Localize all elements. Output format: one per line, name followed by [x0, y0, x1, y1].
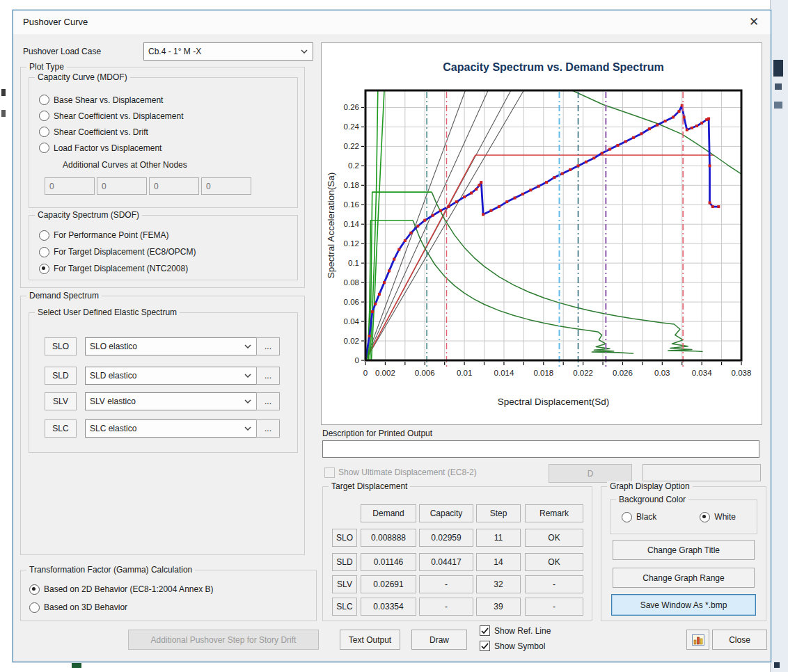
transformation-option-1[interactable]: Based on 3D Behavior [29, 598, 213, 616]
title-bar[interactable]: Pushover Curve ✕ [13, 10, 771, 34]
capacity-curve-radio-3[interactable] [39, 143, 49, 153]
table-cell: 32 [476, 575, 521, 593]
graph-display-group: Graph Display Option Background Color Bl… [601, 486, 766, 621]
svg-text:0.022: 0.022 [573, 369, 593, 377]
node-input-2[interactable]: 0 [149, 177, 199, 195]
capacity-spectrum-option-label: For Target Displacement (EC8/OPCM) [54, 247, 196, 257]
additional-pushover-step-button[interactable]: Additional Pushover Step for Story Drift [128, 630, 319, 650]
change-graph-title-button[interactable]: Change Graph Title [613, 540, 755, 560]
transformation-radios: Based on 2D Behavior (EC8-1:2004 Annex B… [29, 580, 213, 616]
svg-text:0.06: 0.06 [344, 298, 359, 306]
transformation-option-label: Based on 3D Behavior [44, 602, 127, 612]
d-button[interactable]: D [549, 464, 632, 483]
svg-text:0: 0 [355, 356, 359, 365]
capacity-spectrum-group-label: Capacity Spectrum (SDOF) [35, 210, 142, 220]
node-input-1[interactable]: 0 [97, 177, 147, 195]
checkbox-box[interactable] [480, 625, 490, 636]
plot-type-group-label: Plot Type [26, 62, 67, 72]
spectrum-combobox-sld-value: SLD elastico [90, 371, 244, 381]
chevron-down-icon [300, 49, 308, 54]
close-icon[interactable]: ✕ [739, 10, 769, 33]
chevron-down-icon [244, 374, 252, 378]
transformation-radio-0[interactable] [29, 584, 40, 595]
spectrum-combobox-slo[interactable]: SLO elastico [85, 337, 257, 355]
load-case-combobox-value: Cb.4 - 1° M -X [148, 47, 300, 56]
background-color-option-0[interactable]: Black [622, 510, 656, 524]
browse-button-slo[interactable]: ... [256, 337, 280, 355]
chevron-down-icon [244, 399, 252, 403]
text-output-button[interactable]: Text Output [340, 630, 400, 650]
capacity-curve-option-2[interactable]: Shear Coefficient vs. Drift [39, 124, 184, 140]
capacity-curve-radio-0[interactable] [39, 95, 49, 105]
background-color-group-label: Background Color [616, 495, 688, 504]
capacity-spectrum-radio-0[interactable] [39, 230, 49, 241]
svg-text:0.038: 0.038 [732, 369, 752, 377]
svg-text:0.014: 0.014 [494, 369, 514, 377]
table-cell: 0.04417 [419, 553, 473, 571]
show-ultimate-checkbox[interactable] [324, 467, 335, 478]
checkbox-show-symbol[interactable]: Show Symbol [480, 641, 545, 651]
table-cell: 0.008888 [361, 529, 416, 547]
capacity-spectrum-radio-2[interactable] [39, 264, 49, 274]
background-color-option-label: White [714, 512, 736, 522]
spectrum-combobox-slo-value: SLO elastico [90, 342, 244, 351]
svg-text:0.1: 0.1 [348, 259, 359, 267]
table-cell: 0.01146 [361, 553, 416, 571]
background-color-radio-0[interactable] [622, 512, 632, 522]
table-cell: 14 [476, 553, 521, 571]
spectrum-combobox-sld[interactable]: SLD elastico [85, 367, 257, 385]
graph-display-group-label: Graph Display Option [607, 481, 693, 491]
svg-text:0.24: 0.24 [344, 122, 360, 131]
elastic-spectrum-group: Select User Defined Elastic Spectrum SLO… [29, 312, 298, 453]
capacity-curve-radio-2[interactable] [39, 127, 49, 137]
capacity-spectrum-option-label: For Performance Point (FEMA) [54, 230, 168, 240]
description-input[interactable] [322, 440, 759, 458]
table-cell: 0.03354 [361, 598, 416, 616]
svg-text:0.034: 0.034 [692, 369, 712, 377]
save-window-bmp-button[interactable]: Save Window As *.bmp [611, 594, 756, 616]
node-input-0[interactable]: 0 [45, 177, 95, 195]
capacity-curve-radio-1[interactable] [39, 111, 49, 121]
svg-text:0.18: 0.18 [344, 181, 359, 189]
checkbox-label: Show Symbol [494, 641, 545, 651]
capacity-curve-option-0[interactable]: Base Shear vs. Displacement [39, 92, 184, 108]
change-graph-range-button[interactable]: Change Graph Range [613, 568, 755, 588]
background-color-option-1[interactable]: White [700, 510, 736, 524]
background-color-radios: BlackWhite [622, 510, 736, 524]
svg-text:0: 0 [363, 369, 368, 377]
transformation-radio-1[interactable] [29, 602, 40, 613]
table-cell: - [419, 598, 473, 616]
chart-popup-button[interactable] [686, 630, 709, 650]
table-cell: - [525, 598, 583, 616]
capacity-curve-option-1[interactable]: Shear Coefficient vs. Displacement [39, 108, 184, 124]
checkbox-box[interactable] [480, 641, 490, 651]
spectrum-combobox-slv[interactable]: SLV elastico [85, 392, 257, 410]
transformation-option-0[interactable]: Based on 2D Behavior (EC8-1:2004 Annex B… [29, 580, 213, 598]
table-header-remark: Remark [525, 504, 583, 522]
capacity-curve-option-3[interactable]: Load Factor vs Displacement [39, 140, 184, 156]
draw-button[interactable]: Draw [411, 630, 467, 650]
browse-button-slv[interactable]: ... [256, 392, 280, 410]
additional-curves-label: Additional Curves at Other Nodes [63, 160, 187, 170]
checkbox-show-ref-line[interactable]: Show Ref. Line [480, 625, 551, 636]
node-input-3[interactable]: 0 [201, 177, 251, 195]
load-case-combobox[interactable]: Cb.4 - 1° M -X [143, 42, 313, 61]
capacity-spectrum-option-2[interactable]: For Target Displacement (NTC2008) [39, 260, 196, 277]
close-button[interactable]: Close [712, 630, 767, 650]
background-icon [72, 663, 81, 668]
browse-button-slc[interactable]: ... [256, 419, 280, 438]
table-cell: - [525, 575, 583, 593]
capacity-spectrum-option-1[interactable]: For Target Displacement (EC8/OPCM) [39, 243, 196, 260]
capacity-spectrum-group: Capacity Spectrum (SDOF) For Performance… [29, 215, 298, 280]
spectrum-combobox-slc[interactable]: SLC elastico [85, 419, 257, 438]
capacity-spectrum-radio-1[interactable] [39, 247, 49, 257]
show-ultimate-label: Show Ultimate Displacement (EC8-2) [338, 467, 477, 477]
capacity-spectrum-option-0[interactable]: For Performance Point (FEMA) [39, 227, 196, 243]
desktop: { "window": {"title": "Pushover Curve", … [0, 0, 788, 672]
background-color-group: Background Color BlackWhite [610, 499, 757, 534]
capacity-curve-option-label: Shear Coefficient vs. Drift [54, 127, 148, 137]
background-color-radio-1[interactable] [700, 512, 710, 522]
svg-text:Spectral Displacement(Sd): Spectral Displacement(Sd) [498, 397, 610, 407]
svg-text:0.04: 0.04 [344, 317, 360, 326]
browse-button-sld[interactable]: ... [256, 367, 280, 385]
